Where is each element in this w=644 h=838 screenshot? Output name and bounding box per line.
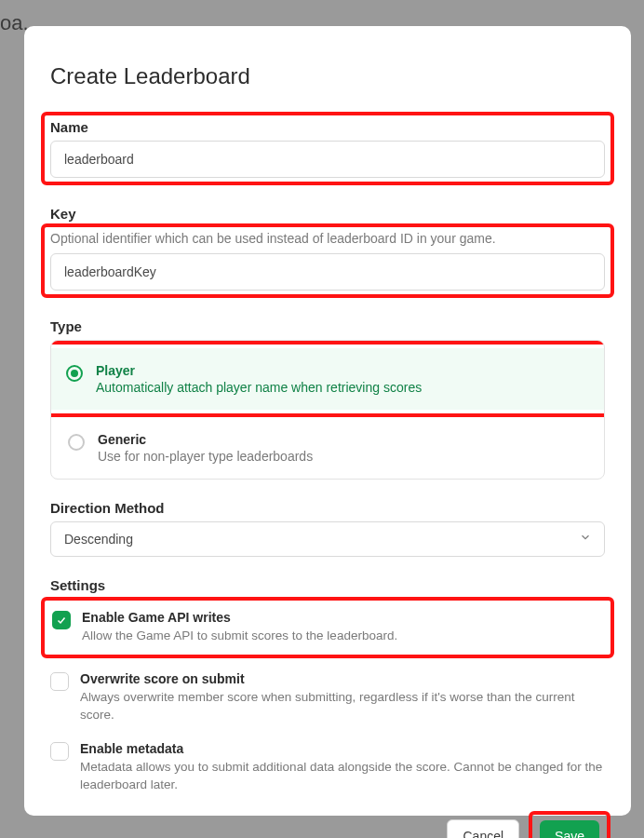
checkbox-desc: Allow the Game API to submit scores to t…	[82, 627, 597, 645]
key-highlight-box: Optional identifier which can be used in…	[41, 223, 614, 298]
name-label: Name	[50, 119, 605, 135]
checkbox-title: Enable metadata	[80, 741, 605, 756]
modal-title: Create Leaderboard	[50, 63, 605, 89]
type-radio-group: Player Automatically attach player name …	[50, 340, 605, 480]
save-button[interactable]: Save	[540, 820, 599, 838]
metadata-checkbox[interactable]	[50, 742, 69, 761]
save-highlight-box: Save	[529, 811, 610, 838]
key-hint: Optional identifier which can be used in…	[50, 231, 605, 246]
radio-desc: Automatically attach player name when re…	[96, 380, 589, 395]
name-input[interactable]	[50, 141, 605, 178]
radio-option-player[interactable]: Player Automatically attach player name …	[50, 348, 605, 410]
key-label: Key	[50, 206, 605, 222]
direction-select[interactable]: Descending	[50, 521, 605, 557]
checkmark-icon	[56, 615, 67, 626]
modal-footer: Cancel Save	[50, 811, 605, 838]
key-input[interactable]	[50, 253, 605, 291]
checkbox-title: Overwrite score on submit	[80, 671, 605, 686]
overwrite-checkbox[interactable]	[50, 672, 69, 691]
name-highlight-box: Name	[41, 112, 614, 185]
cancel-button[interactable]: Cancel	[447, 819, 519, 838]
direction-label: Direction Method	[50, 500, 605, 516]
checkbox-desc: Always overwrite member score when submi…	[80, 688, 605, 724]
create-leaderboard-modal: Create Leaderboard Name Key Optional ide…	[24, 26, 631, 816]
enable-api-checkbox[interactable]	[52, 611, 71, 629]
radio-icon	[66, 365, 83, 382]
enable-api-highlight-box: Enable Game API writes Allow the Game AP…	[41, 597, 614, 658]
type-label: Type	[50, 318, 605, 334]
checkbox-title: Enable Game API writes	[82, 610, 597, 625]
radio-title: Player	[96, 363, 589, 378]
radio-icon	[68, 434, 85, 451]
radio-option-generic[interactable]: Generic Use for non-player type leaderbo…	[51, 417, 604, 479]
radio-title: Generic	[98, 432, 587, 447]
settings-label: Settings	[50, 577, 605, 593]
checkbox-desc: Metadata allows you to submit additional…	[80, 758, 605, 794]
type-player-highlight-box: Player Automatically attach player name …	[50, 341, 605, 417]
radio-desc: Use for non-player type leaderboards	[98, 449, 587, 464]
